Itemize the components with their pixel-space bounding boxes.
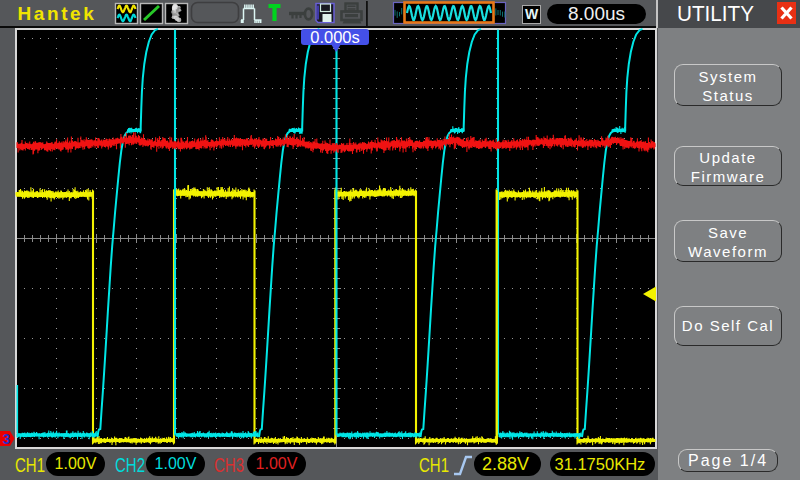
svg-text:3: 3 — [3, 431, 11, 447]
